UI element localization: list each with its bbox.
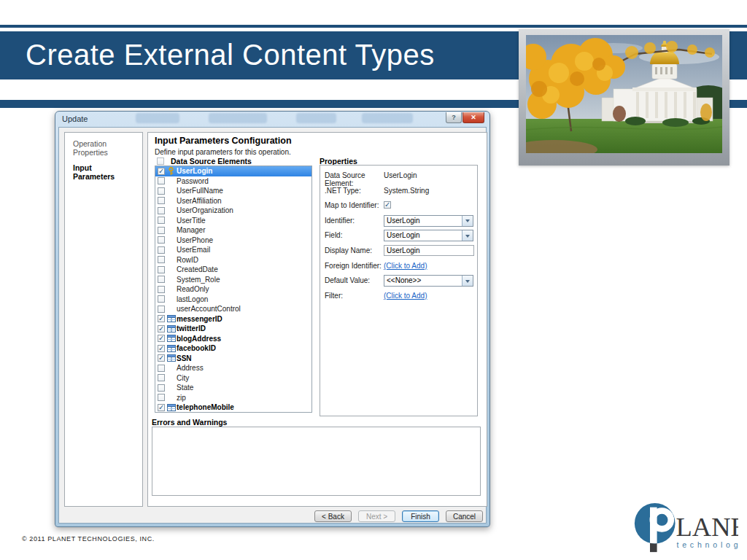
dropdown-value: UserLogin <box>384 230 462 241</box>
display-name-input[interactable] <box>384 245 474 256</box>
element-label: zip <box>177 394 186 402</box>
net-type-value: System.String <box>384 185 429 195</box>
back-button[interactable]: < Back <box>314 510 352 522</box>
checkbox[interactable]: ✓ <box>158 168 165 175</box>
icon-spacer <box>167 364 177 372</box>
checkbox[interactable] <box>158 365 165 372</box>
icon-spacer <box>167 295 177 303</box>
checkbox[interactable]: ✓ <box>158 325 165 332</box>
element-label: UserOrganization <box>177 206 233 214</box>
element-row-useremail[interactable]: UserEmail <box>155 245 311 255</box>
checkbox[interactable] <box>158 177 165 184</box>
wizard-buttons: < BackNext >FinishCancel <box>59 510 483 522</box>
list-header-label: Data Source Elements <box>171 157 252 166</box>
element-row-readonly[interactable]: ReadOnly <box>155 284 311 295</box>
property-label: Field: <box>325 230 384 239</box>
dialog-titlebar[interactable]: Update ? ✕ <box>55 112 489 127</box>
element-row-manager[interactable]: Manager <box>155 225 311 236</box>
chevron-down-icon[interactable] <box>462 276 473 286</box>
field-dropdown[interactable]: UserLogin <box>384 230 473 241</box>
identifier-dropdown[interactable]: UserLogin <box>384 215 473 227</box>
filter-link[interactable]: (Click to Add) <box>384 290 427 300</box>
errors-and-warnings-box <box>152 427 481 496</box>
wizard-step-list: Operation PropertiesInput Parameters <box>64 132 143 507</box>
checkbox[interactable]: ✓ <box>158 404 165 411</box>
checkbox[interactable] <box>158 394 165 401</box>
table-icon <box>167 315 177 323</box>
section-subheading: Define input parameters for this operati… <box>155 148 291 156</box>
table-icon <box>167 324 177 332</box>
property-map-to-identifier: Map to Identifier:✓ <box>325 200 473 215</box>
foreign-identifier-link[interactable]: (Click to Add) <box>384 260 427 270</box>
property-label: Foreign Identifier: <box>325 260 384 270</box>
checkbox[interactable] <box>158 286 165 293</box>
checkbox[interactable] <box>158 207 165 214</box>
element-row-state[interactable]: State <box>155 383 311 393</box>
element-row-facebookid[interactable]: ✓facebookID <box>155 343 311 354</box>
finish-button[interactable]: Finish <box>402 510 439 522</box>
element-row-password[interactable]: Password <box>155 176 311 187</box>
element-label: CreatedDate <box>177 265 218 273</box>
table-icon <box>167 403 177 411</box>
checkbox[interactable] <box>158 256 165 263</box>
checkbox[interactable] <box>158 266 165 273</box>
select-all-checkbox[interactable] <box>157 158 164 165</box>
data-source-elements-list[interactable]: ✓UserLoginPasswordUserFullNameUserAffili… <box>155 166 312 413</box>
element-row-system-role[interactable]: System_Role <box>155 275 311 285</box>
element-row-userlogin[interactable]: ✓UserLogin <box>155 166 311 176</box>
checkbox[interactable] <box>158 295 165 303</box>
element-row-userfullname[interactable]: UserFullName <box>155 186 311 196</box>
checkbox[interactable] <box>158 197 165 204</box>
checkbox[interactable]: ✓ <box>158 315 165 322</box>
element-label: blogAddress <box>177 335 221 343</box>
element-row-blogaddress[interactable]: ✓blogAddress <box>155 334 311 344</box>
element-row-ssn[interactable]: ✓SSN <box>155 354 311 364</box>
property-label: Map to Identifier: <box>325 200 384 209</box>
checkbox[interactable] <box>158 384 165 392</box>
close-icon[interactable]: ✕ <box>462 112 484 123</box>
element-row-useraffiliation[interactable]: UserAffiliation <box>155 196 311 206</box>
cancel-button[interactable]: Cancel <box>446 510 483 522</box>
element-row-twitterid[interactable]: ✓twitterID <box>155 324 311 334</box>
icon-spacer <box>167 256 177 264</box>
copyright-text: © 2011 PLANET TECHNOLOGIES, INC. <box>22 535 155 542</box>
checkbox[interactable] <box>158 236 165 244</box>
checkbox[interactable] <box>158 306 165 313</box>
element-row-usertitle[interactable]: UserTitle <box>155 216 311 226</box>
element-row-userorganization[interactable]: UserOrganization <box>155 206 311 216</box>
checkbox[interactable] <box>158 276 165 283</box>
checkbox[interactable] <box>158 374 165 381</box>
key-icon <box>167 167 177 175</box>
nav-item-input-parameters[interactable]: Input Parameters <box>73 163 134 181</box>
checkbox[interactable] <box>158 217 165 224</box>
icon-spacer <box>167 265 177 273</box>
element-row-useraccountcontrol[interactable]: userAccountControl <box>155 304 311 314</box>
element-row-address[interactable]: Address <box>155 363 311 373</box>
element-label: System_Role <box>177 276 220 284</box>
table-icon <box>167 344 177 352</box>
element-row-city[interactable]: City <box>155 373 311 384</box>
chevron-down-icon[interactable] <box>462 230 473 241</box>
element-label: UserPhone <box>177 236 213 244</box>
element-row-userphone[interactable]: UserPhone <box>155 236 311 246</box>
element-row-telephonemobile[interactable]: ✓telephoneMobile <box>155 402 311 413</box>
nav-item-operation-properties[interactable]: Operation Properties <box>73 139 134 157</box>
element-row-messengerid[interactable]: ✓messengerID <box>155 314 311 324</box>
element-row-createddate[interactable]: CreatedDate <box>155 265 311 275</box>
element-row-rowid[interactable]: RowID <box>155 255 311 265</box>
capitol-photo <box>519 29 729 166</box>
help-icon[interactable]: ? <box>446 112 462 123</box>
checkbox[interactable] <box>158 246 165 254</box>
map-to-identifier-checkbox[interactable]: ✓ <box>384 201 391 209</box>
checkbox[interactable]: ✓ <box>158 335 165 342</box>
svg-text:technologies: technologies <box>676 540 738 549</box>
checkbox[interactable]: ✓ <box>158 345 165 352</box>
chevron-down-icon[interactable] <box>462 216 473 226</box>
element-row-lastlogon[interactable]: lastLogon <box>155 295 311 305</box>
checkbox[interactable]: ✓ <box>158 354 165 362</box>
checkbox[interactable] <box>158 187 165 195</box>
icon-spacer <box>167 236 177 244</box>
checkbox[interactable] <box>158 227 165 234</box>
default-value-dropdown[interactable]: <<None>> <box>384 275 473 287</box>
element-row-zip[interactable]: zip <box>155 393 311 403</box>
